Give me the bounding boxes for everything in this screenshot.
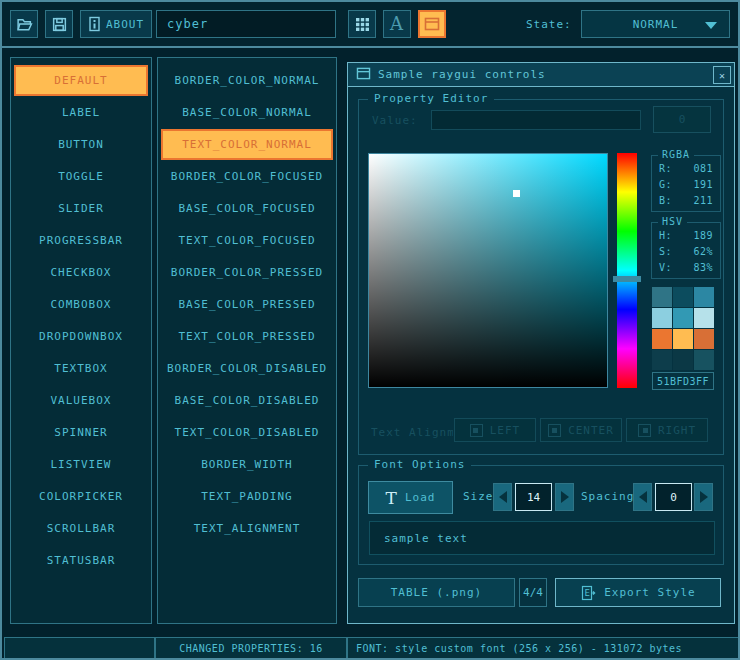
export-format-button[interactable]: TABLE (.png) xyxy=(358,578,515,607)
palette-swatch[interactable] xyxy=(694,329,714,349)
h-label: H: xyxy=(659,230,672,241)
h-value: 189 xyxy=(693,230,713,241)
style-grid-view-button[interactable] xyxy=(348,10,376,38)
property-item[interactable]: BASE_COLOR_NORMAL xyxy=(161,97,333,128)
controls-list-item-toggle[interactable]: TOGGLE xyxy=(14,161,148,192)
property-item[interactable]: TEXT_COLOR_PRESSED xyxy=(161,321,333,352)
align-left-button[interactable]: LEFT xyxy=(454,418,536,442)
style-table-view-button[interactable] xyxy=(418,10,446,38)
property-item[interactable]: BORDER_WIDTH xyxy=(161,449,333,480)
controls-list-item-checkbox[interactable]: CHECKBOX xyxy=(14,257,148,288)
controls-list-item-colorpicker[interactable]: COLORPICKER xyxy=(14,481,148,512)
save-style-button[interactable] xyxy=(45,10,73,38)
align-center-button[interactable]: CENTER xyxy=(540,418,622,442)
hex-color-input[interactable]: 51BFD3FF xyxy=(652,372,714,390)
export-format-index[interactable]: 4/4 xyxy=(519,578,547,607)
property-item[interactable]: TEXT_COLOR_DISABLED xyxy=(161,417,333,448)
controls-list-item-textbox[interactable]: TEXTBOX xyxy=(14,353,148,384)
b-value: 211 xyxy=(693,195,713,206)
palette-swatch[interactable] xyxy=(694,350,714,370)
property-item-selected[interactable]: TEXT_COLOR_NORMAL xyxy=(161,129,333,160)
font-options-group-label: Font Options xyxy=(368,458,471,471)
info-icon xyxy=(88,16,101,32)
palette-swatch[interactable] xyxy=(673,308,693,328)
arrow-right-icon xyxy=(700,491,708,503)
controls-list-item-spinner[interactable]: SPINNER xyxy=(14,417,148,448)
state-dropdown-value: NORMAL xyxy=(633,18,679,31)
controls-list-item-label[interactable]: LABEL xyxy=(14,97,148,128)
controls-list-item-slider[interactable]: SLIDER xyxy=(14,193,148,224)
controls-list-item-statusbar[interactable]: STATUSBAR xyxy=(14,545,148,576)
font-spacing-increase-button[interactable] xyxy=(694,483,713,511)
style-color-palette xyxy=(652,287,714,370)
property-item[interactable]: BORDER_COLOR_PRESSED xyxy=(161,257,333,288)
property-item[interactable]: BASE_COLOR_PRESSED xyxy=(161,289,333,320)
palette-swatch[interactable] xyxy=(652,308,672,328)
controls-list-item-scrollbar[interactable]: SCROLLBAR xyxy=(14,513,148,544)
property-value-button[interactable]: 0 xyxy=(653,106,711,133)
palette-swatch[interactable] xyxy=(652,329,672,349)
rgba-row-b: B: 211 xyxy=(652,195,720,206)
export-style-button[interactable]: E Export Style xyxy=(555,578,721,607)
hsv-row-h: H: 189 xyxy=(652,230,720,241)
property-item[interactable]: BASE_COLOR_FOCUSED xyxy=(161,193,333,224)
v-label: V: xyxy=(659,262,672,273)
font-size-increase-button[interactable] xyxy=(555,483,574,511)
arrow-left-icon xyxy=(639,491,647,503)
palette-swatch[interactable] xyxy=(673,350,693,370)
property-item[interactable]: BORDER_COLOR_FOCUSED xyxy=(161,161,333,192)
r-value: 081 xyxy=(693,163,713,174)
about-button-label: ABOUT xyxy=(106,18,144,31)
align-center-label: CENTER xyxy=(568,424,614,437)
palette-swatch[interactable] xyxy=(673,287,693,307)
controls-list-item-progressbar[interactable]: PROGRESSBAR xyxy=(14,225,148,256)
controls-list-item-button[interactable]: BUTTON xyxy=(14,129,148,160)
statusbar-font-info: FONT: style custom font (256 x 256) - 13… xyxy=(347,637,740,659)
controls-list-item-valuebox[interactable]: VALUEBOX xyxy=(14,385,148,416)
property-value-input[interactable] xyxy=(431,110,641,130)
palette-swatch[interactable] xyxy=(673,329,693,349)
rguistyler-app: ABOUT A State: NORMA xyxy=(0,0,740,660)
font-load-button[interactable]: T Load xyxy=(368,481,453,514)
controls-list-item-dropdownbox[interactable]: DROPDOWNBOX xyxy=(14,321,148,352)
toolbar: ABOUT A State: NORMA xyxy=(2,2,738,48)
palette-swatch[interactable] xyxy=(652,350,672,370)
font-view-button[interactable]: A xyxy=(383,10,411,38)
property-item[interactable]: TEXT_PADDING xyxy=(161,481,333,512)
property-item[interactable]: BASE_COLOR_DISABLED xyxy=(161,385,333,416)
font-size-decrease-button[interactable] xyxy=(493,483,512,511)
palette-swatch[interactable] xyxy=(694,308,714,328)
open-style-button[interactable] xyxy=(10,10,38,38)
palette-swatch[interactable] xyxy=(652,287,672,307)
sample-text-box[interactable]: sample text xyxy=(369,521,715,555)
font-size-value[interactable]: 14 xyxy=(515,483,552,511)
controls-list-item-listview[interactable]: LISTVIEW xyxy=(14,449,148,480)
s-value: 62% xyxy=(693,246,713,257)
style-name-input[interactable] xyxy=(156,10,336,38)
state-dropdown[interactable]: NORMAL xyxy=(581,10,730,38)
font-spacing-value[interactable]: 0 xyxy=(655,483,692,511)
file-export-icon: E xyxy=(580,585,596,601)
controls-list-item-combobox[interactable]: COMBOBOX xyxy=(14,289,148,320)
property-item[interactable]: TEXT_COLOR_FOCUSED xyxy=(161,225,333,256)
color-picker-cursor[interactable] xyxy=(513,190,520,197)
sample-controls-window: Sample raygui controls ✕ Property Editor… xyxy=(347,62,735,624)
hue-slider[interactable] xyxy=(617,153,637,388)
align-right-label: RIGHT xyxy=(658,424,696,437)
hue-slider-handle[interactable] xyxy=(613,276,641,282)
property-item[interactable]: BORDER_COLOR_DISABLED xyxy=(161,353,333,384)
align-right-button[interactable]: RIGHT xyxy=(626,418,708,442)
palette-swatch[interactable] xyxy=(694,287,714,307)
window-close-button[interactable]: ✕ xyxy=(713,66,731,84)
property-item[interactable]: TEXT_ALIGNMENT xyxy=(161,513,333,544)
font-spacing-decrease-button[interactable] xyxy=(633,483,652,511)
property-editor-group-label: Property Editor xyxy=(368,92,494,105)
controls-list-item-default[interactable]: DEFAULT xyxy=(14,65,148,96)
hsv-row-s: S: 62% xyxy=(652,246,720,257)
color-picker-gradient[interactable] xyxy=(368,153,608,388)
about-button[interactable]: ABOUT xyxy=(80,10,152,38)
v-value: 83% xyxy=(693,262,713,273)
property-item[interactable]: BORDER_COLOR_NORMAL xyxy=(161,65,333,96)
s-label: S: xyxy=(659,246,672,257)
export-format-label: TABLE (.png) xyxy=(391,586,482,599)
